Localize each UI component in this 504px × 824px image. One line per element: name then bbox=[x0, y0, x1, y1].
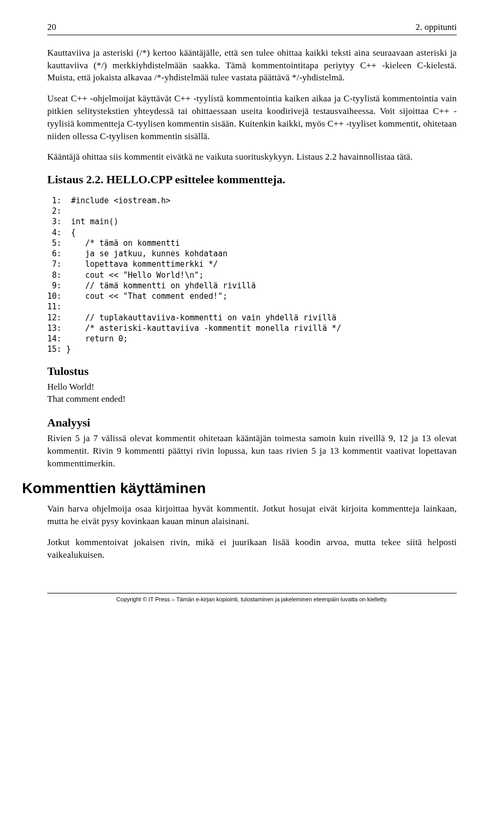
paragraph-5: Vain harva ohjelmoija osaa kirjoittaa hy… bbox=[47, 503, 457, 528]
paragraph-6: Jotkut kommentoivat jokaisen rivin, mikä… bbox=[47, 536, 457, 561]
analysis-title: Analyysi bbox=[47, 415, 457, 431]
paragraph-4: Rivien 5 ja 7 välissä olevat kommentit o… bbox=[47, 432, 457, 470]
footer-copyright: Copyright © IT Press – Tämän e-kirjan ko… bbox=[47, 593, 457, 603]
chapter-title: 2. oppitunti bbox=[416, 21, 457, 34]
output-title: Tulostus bbox=[47, 363, 457, 380]
paragraph-2: Useat C++ -ohjelmoijat käyttävät C++ -ty… bbox=[47, 92, 457, 142]
output-block: Tulostus Hello World! That comment ended… bbox=[47, 363, 457, 405]
page-number: 20 bbox=[47, 21, 56, 34]
listing-title: Listaus 2.2. HELLO.CPP esittelee komment… bbox=[47, 172, 457, 188]
paragraph-3: Kääntäjä ohittaa siis kommentit eivätkä … bbox=[47, 151, 457, 163]
code-listing: 1: #include <iostream.h> 2: 3: int main(… bbox=[47, 195, 457, 355]
output-line-1: Hello World! bbox=[47, 381, 457, 393]
header-divider bbox=[47, 35, 457, 35]
section-title: Kommenttien käyttäminen bbox=[22, 478, 457, 498]
output-line-2: That comment ended! bbox=[47, 393, 457, 405]
paragraph-1: Kauttaviiva ja asteriski (/*) kertoo kää… bbox=[47, 47, 457, 84]
page-header: 20 2. oppitunti bbox=[47, 21, 457, 34]
